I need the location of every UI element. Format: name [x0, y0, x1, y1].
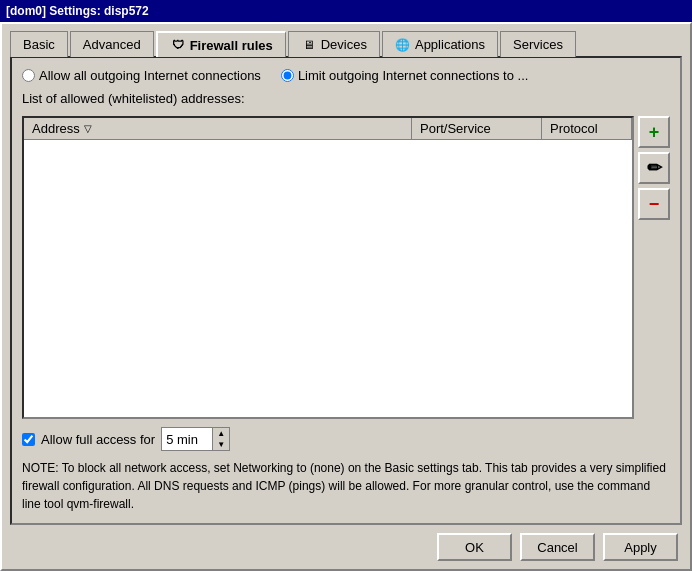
tab-advanced[interactable]: Advanced [70, 31, 154, 57]
remove-rule-button[interactable]: − [638, 188, 670, 220]
add-rule-button[interactable]: + [638, 116, 670, 148]
col-port-label: Port/Service [420, 121, 491, 136]
bottom-bar: OK Cancel Apply [2, 525, 690, 569]
title-bar: [dom0] Settings: disp572 [0, 0, 692, 22]
apply-button[interactable]: Apply [603, 533, 678, 561]
firewall-tab-icon: 🛡 [170, 37, 186, 53]
tab-firewall-label: Firewall rules [190, 38, 273, 53]
tab-advanced-label: Advanced [83, 37, 141, 52]
radio-limit[interactable]: Limit outgoing Internet connections to .… [281, 68, 529, 83]
table-container: Address ▽ Port/Service Protocol + [22, 116, 670, 419]
time-input[interactable] [162, 430, 212, 449]
edit-rule-button[interactable]: ✏ [638, 152, 670, 184]
allow-full-access-checkbox[interactable] [22, 433, 35, 446]
allow-full-access-row: Allow full access for ▲ ▼ [22, 427, 670, 451]
tab-applications-label: Applications [415, 37, 485, 52]
tab-services-label: Services [513, 37, 563, 52]
title-text: [dom0] Settings: disp572 [6, 4, 149, 18]
radio-limit-label: Limit outgoing Internet connections to .… [298, 68, 529, 83]
allow-full-access-label: Allow full access for [41, 432, 155, 447]
applications-tab-icon: 🌐 [395, 37, 411, 53]
address-table: Address ▽ Port/Service Protocol [22, 116, 634, 419]
radio-allow-all-label: Allow all outgoing Internet connections [39, 68, 261, 83]
table-header: Address ▽ Port/Service Protocol [24, 118, 632, 140]
tab-services[interactable]: Services [500, 31, 576, 57]
tab-bar: Basic Advanced 🛡 Firewall rules 🖥 Device… [2, 24, 690, 56]
side-buttons: + ✏ − [638, 116, 670, 419]
note-text: NOTE: To block all network access, set N… [22, 459, 670, 513]
tab-applications[interactable]: 🌐 Applications [382, 31, 498, 57]
filter-icon: ▽ [84, 123, 92, 134]
tab-firewall[interactable]: 🛡 Firewall rules [156, 31, 286, 57]
dialog: Basic Advanced 🛡 Firewall rules 🖥 Device… [0, 22, 692, 571]
tab-basic[interactable]: Basic [10, 31, 68, 57]
col-protocol: Protocol [542, 118, 632, 139]
radio-limit-input[interactable] [281, 69, 294, 82]
table-body [24, 140, 632, 417]
ok-button[interactable]: OK [437, 533, 512, 561]
spin-down-button[interactable]: ▼ [213, 439, 229, 450]
cancel-button[interactable]: Cancel [520, 533, 595, 561]
devices-tab-icon: 🖥 [301, 37, 317, 53]
time-spinner: ▲ ▼ [161, 427, 230, 451]
tab-basic-label: Basic [23, 37, 55, 52]
firewall-tab-content: Allow all outgoing Internet connections … [10, 56, 682, 525]
edit-icon: ✏ [647, 157, 662, 179]
spinner-arrows: ▲ ▼ [212, 428, 229, 450]
tab-devices[interactable]: 🖥 Devices [288, 31, 380, 57]
col-address-label: Address [32, 121, 80, 136]
radio-group: Allow all outgoing Internet connections … [22, 68, 670, 83]
radio-allow-all[interactable]: Allow all outgoing Internet connections [22, 68, 261, 83]
col-port: Port/Service [412, 118, 542, 139]
col-protocol-label: Protocol [550, 121, 598, 136]
spin-up-button[interactable]: ▲ [213, 428, 229, 439]
col-address: Address ▽ [24, 118, 412, 139]
radio-allow-all-input[interactable] [22, 69, 35, 82]
list-label: List of allowed (whitelisted) addresses: [22, 91, 670, 106]
tab-devices-label: Devices [321, 37, 367, 52]
